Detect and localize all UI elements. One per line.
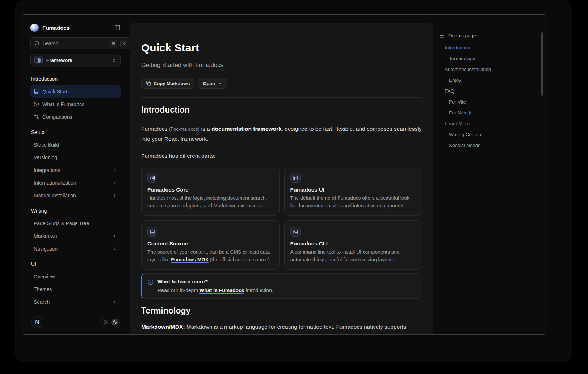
introduction-heading: Introduction bbox=[141, 105, 422, 114]
sidebar-item-overview[interactable]: Overview bbox=[30, 270, 121, 283]
chevron-right-icon bbox=[112, 246, 117, 251]
toc: On this page Introduction Terminology Au… bbox=[440, 33, 545, 151]
sidebar-item-label: Internationalization bbox=[34, 180, 76, 186]
framework-label: Framework bbox=[46, 58, 72, 63]
search-input[interactable] bbox=[43, 41, 107, 46]
open-label: Open bbox=[203, 81, 215, 86]
sidebar-item-page-slugs[interactable]: Page Slugs & Page Tree bbox=[30, 217, 121, 230]
panel-left-icon bbox=[114, 25, 121, 31]
book-icon bbox=[34, 89, 39, 94]
fumadocs-logo bbox=[30, 24, 39, 32]
framework-selector[interactable]: Framework bbox=[30, 54, 121, 67]
chevron-right-icon bbox=[112, 180, 117, 185]
search-icon bbox=[34, 41, 40, 46]
desktop-background: Fumadocs ⌘ K bbox=[0, 0, 588, 374]
info-icon bbox=[148, 279, 154, 293]
sidebar-item-label: Page Slugs & Page Tree bbox=[34, 220, 89, 226]
what-is-fumadocs-link[interactable]: What is Fumadocs bbox=[200, 287, 244, 293]
sidebar-item-label: Versioning bbox=[34, 155, 57, 160]
sidebar-item-comparisons[interactable]: Comparisons bbox=[30, 110, 121, 123]
nav-section-introduction: Introduction bbox=[31, 76, 120, 83]
card-fumadocs-ui[interactable]: Fumadocs UI The default theme of Fumadoc… bbox=[284, 167, 423, 216]
chevron-right-icon bbox=[112, 193, 117, 198]
terminology-paragraph: Markdown/MDX: Markdown is a markup langu… bbox=[141, 322, 422, 332]
chevron-right-icon bbox=[112, 299, 117, 304]
intro-paragraph: Fumadocs (Foo-ma docs) is a documentatio… bbox=[141, 124, 422, 144]
callout-body: Read our in-depth What is Fumadocs intro… bbox=[158, 287, 273, 293]
sidebar-footer: N bbox=[30, 312, 121, 330]
sidebar-item-internationalization[interactable]: Internationalization bbox=[30, 176, 121, 189]
card-fumadocs-core[interactable]: Fumadocs Core Handles most of the logic,… bbox=[141, 167, 280, 216]
sidebar-item-navigation[interactable]: Navigation bbox=[30, 242, 121, 255]
toc-item-learn-more[interactable]: Learn More bbox=[440, 118, 545, 129]
sidebar-item-label: Comparisons bbox=[42, 114, 72, 120]
card-fumadocs-cli[interactable]: Fumadocs CLI A command line tool to inst… bbox=[284, 220, 423, 270]
terminal-icon bbox=[290, 227, 301, 237]
sidebar-item-versioning[interactable]: Versioning bbox=[30, 151, 121, 164]
desc-suffix: (the official content source). bbox=[209, 257, 271, 262]
copy-markdown-button[interactable]: Copy Markdown bbox=[141, 78, 194, 89]
sidebar-item-label: Overview bbox=[34, 274, 55, 280]
chevron-down-icon bbox=[218, 81, 222, 86]
search-box[interactable]: ⌘ K bbox=[30, 37, 131, 49]
sidebar-item-themes[interactable]: Themes bbox=[30, 283, 121, 295]
search-row: ⌘ K bbox=[30, 37, 121, 49]
card-desc: The default theme of Fumadocs offers a b… bbox=[290, 195, 416, 210]
toc-header: On this page bbox=[440, 33, 545, 38]
page-title: Quick Start bbox=[141, 41, 422, 54]
toc-item-introduction[interactable]: Introduction bbox=[440, 42, 545, 53]
toc-item-faq[interactable]: FAQ bbox=[440, 85, 545, 96]
help-circle-icon bbox=[34, 101, 39, 107]
nav-section-ui: UI bbox=[31, 261, 120, 268]
callout-content: Want to learn more? Read our in-depth Wh… bbox=[158, 279, 273, 293]
toc-item-special-needs[interactable]: Special Needs bbox=[440, 140, 545, 151]
callout-prefix: Read our in-depth bbox=[158, 287, 200, 293]
info-callout: Want to learn more? Read our in-depth Wh… bbox=[141, 273, 422, 299]
sidebar-item-quick-start[interactable]: Quick Start bbox=[30, 85, 121, 98]
toc-item-writing-content[interactable]: Writing Content bbox=[440, 129, 545, 140]
moon-icon[interactable] bbox=[111, 319, 118, 326]
callout-title: Want to learn more? bbox=[158, 279, 273, 285]
sidebar-item-what-is-fumadocs[interactable]: What is Fumadocs bbox=[30, 98, 121, 110]
callout-suffix: introduction. bbox=[244, 287, 273, 293]
sidebar-item-label: Quick Start bbox=[42, 89, 67, 94]
sidebar-item-markdown[interactable]: Markdown bbox=[30, 230, 121, 242]
toc-title: On this page bbox=[448, 33, 476, 38]
brand-name: Fumadocs bbox=[42, 25, 70, 31]
toc-item-for-vite[interactable]: For Vite bbox=[440, 96, 545, 107]
fumadocs-mdx-link[interactable]: Fumadocs MDX bbox=[171, 257, 209, 262]
nextjs-avatar[interactable]: N bbox=[31, 316, 43, 328]
framework-grid-icon bbox=[34, 56, 43, 64]
toc-item-enjoy[interactable]: Enjoy! bbox=[440, 75, 545, 85]
scrollbar-thumb[interactable] bbox=[541, 32, 543, 96]
sidebar-item-label: What is Fumadocs bbox=[42, 101, 84, 107]
toc-item-for-nextjs[interactable]: For Next.js bbox=[440, 107, 545, 118]
intro-mid: is a bbox=[200, 126, 211, 132]
sidebar-item-label: Search bbox=[34, 299, 50, 305]
card-content-source[interactable]: Content Source The source of your conten… bbox=[141, 220, 280, 270]
sidebar-item-label: Static Build bbox=[34, 142, 59, 148]
nav-section-setup: Setup bbox=[31, 129, 120, 136]
toc-item-terminology[interactable]: Terminology bbox=[440, 53, 545, 64]
copy-icon bbox=[146, 81, 151, 86]
theme-toggle[interactable] bbox=[100, 318, 120, 327]
sidebar-item-search[interactable]: Search bbox=[30, 295, 121, 308]
page-actions: Copy Markdown Open bbox=[141, 78, 422, 98]
sidebar-item-label: Manual Installation bbox=[34, 193, 76, 198]
card-title: Content Source bbox=[147, 240, 273, 247]
sidebar-item-integrations[interactable]: Integrations bbox=[30, 164, 121, 176]
page-subtitle: Getting Started with Fumadocs bbox=[141, 62, 422, 68]
card-desc: Handles most of the logic, including doc… bbox=[147, 195, 273, 210]
sidebar-collapse-button[interactable] bbox=[114, 25, 121, 31]
sun-icon[interactable] bbox=[103, 320, 108, 325]
card-desc: A command line tool to install UI compon… bbox=[290, 249, 416, 264]
git-compare-icon bbox=[34, 114, 39, 119]
toc-item-automatic-installation[interactable]: Automatic Installation bbox=[440, 64, 545, 75]
intro-prefix: Fumadocs bbox=[141, 126, 169, 132]
open-menu-button[interactable]: Open bbox=[198, 78, 227, 89]
app-window: Fumadocs ⌘ K bbox=[21, 14, 547, 335]
card-title: Fumadocs Core bbox=[147, 186, 273, 193]
sidebar-item-manual-installation[interactable]: Manual Installation bbox=[30, 189, 121, 202]
terminology-heading: Terminology bbox=[141, 306, 422, 315]
sidebar-item-static-build[interactable]: Static Build bbox=[30, 138, 121, 151]
